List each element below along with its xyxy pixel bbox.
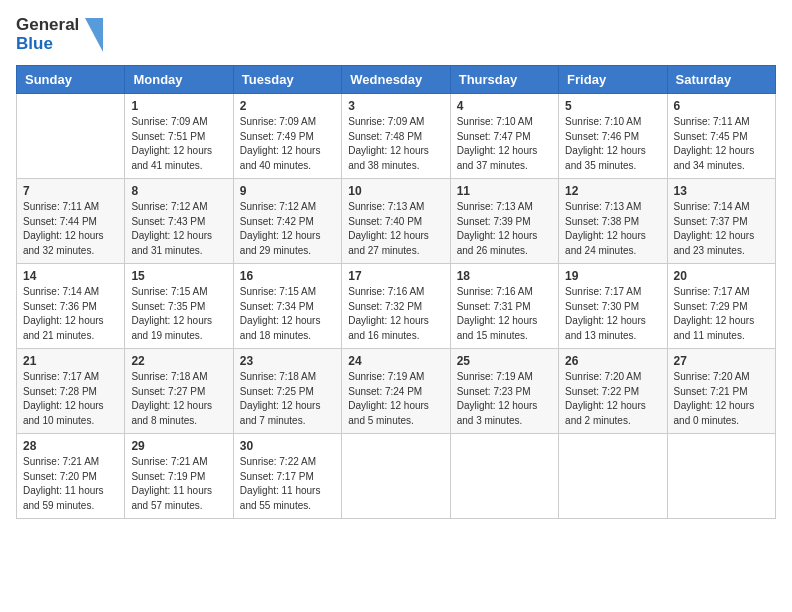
svg-marker-0 <box>85 18 103 52</box>
calendar-cell <box>667 434 775 519</box>
calendar-cell: 8Sunrise: 7:12 AM Sunset: 7:43 PM Daylig… <box>125 179 233 264</box>
calendar-cell: 25Sunrise: 7:19 AM Sunset: 7:23 PM Dayli… <box>450 349 558 434</box>
day-info: Sunrise: 7:14 AM Sunset: 7:36 PM Dayligh… <box>23 285 118 343</box>
calendar-cell: 29Sunrise: 7:21 AM Sunset: 7:19 PM Dayli… <box>125 434 233 519</box>
day-number: 28 <box>23 439 118 453</box>
logo-bird-icon <box>81 18 103 52</box>
day-info: Sunrise: 7:17 AM Sunset: 7:28 PM Dayligh… <box>23 370 118 428</box>
calendar-cell: 1Sunrise: 7:09 AM Sunset: 7:51 PM Daylig… <box>125 94 233 179</box>
calendar-cell: 24Sunrise: 7:19 AM Sunset: 7:24 PM Dayli… <box>342 349 450 434</box>
calendar-cell: 10Sunrise: 7:13 AM Sunset: 7:40 PM Dayli… <box>342 179 450 264</box>
calendar-cell: 14Sunrise: 7:14 AM Sunset: 7:36 PM Dayli… <box>17 264 125 349</box>
day-info: Sunrise: 7:15 AM Sunset: 7:35 PM Dayligh… <box>131 285 226 343</box>
calendar-cell: 23Sunrise: 7:18 AM Sunset: 7:25 PM Dayli… <box>233 349 341 434</box>
calendar-cell: 3Sunrise: 7:09 AM Sunset: 7:48 PM Daylig… <box>342 94 450 179</box>
weekday-header: Friday <box>559 66 667 94</box>
day-info: Sunrise: 7:16 AM Sunset: 7:31 PM Dayligh… <box>457 285 552 343</box>
day-info: Sunrise: 7:19 AM Sunset: 7:23 PM Dayligh… <box>457 370 552 428</box>
day-info: Sunrise: 7:13 AM Sunset: 7:39 PM Dayligh… <box>457 200 552 258</box>
weekday-header: Sunday <box>17 66 125 94</box>
calendar-cell: 4Sunrise: 7:10 AM Sunset: 7:47 PM Daylig… <box>450 94 558 179</box>
day-number: 25 <box>457 354 552 368</box>
calendar-cell: 6Sunrise: 7:11 AM Sunset: 7:45 PM Daylig… <box>667 94 775 179</box>
day-number: 10 <box>348 184 443 198</box>
calendar-cell: 7Sunrise: 7:11 AM Sunset: 7:44 PM Daylig… <box>17 179 125 264</box>
calendar-cell: 19Sunrise: 7:17 AM Sunset: 7:30 PM Dayli… <box>559 264 667 349</box>
day-number: 15 <box>131 269 226 283</box>
calendar-cell: 9Sunrise: 7:12 AM Sunset: 7:42 PM Daylig… <box>233 179 341 264</box>
day-number: 18 <box>457 269 552 283</box>
day-number: 26 <box>565 354 660 368</box>
day-number: 24 <box>348 354 443 368</box>
calendar-week-row: 7Sunrise: 7:11 AM Sunset: 7:44 PM Daylig… <box>17 179 776 264</box>
calendar-cell: 15Sunrise: 7:15 AM Sunset: 7:35 PM Dayli… <box>125 264 233 349</box>
calendar-cell: 2Sunrise: 7:09 AM Sunset: 7:49 PM Daylig… <box>233 94 341 179</box>
calendar-cell: 16Sunrise: 7:15 AM Sunset: 7:34 PM Dayli… <box>233 264 341 349</box>
calendar-cell: 17Sunrise: 7:16 AM Sunset: 7:32 PM Dayli… <box>342 264 450 349</box>
day-number: 20 <box>674 269 769 283</box>
day-info: Sunrise: 7:18 AM Sunset: 7:27 PM Dayligh… <box>131 370 226 428</box>
weekday-header: Thursday <box>450 66 558 94</box>
calendar-cell: 20Sunrise: 7:17 AM Sunset: 7:29 PM Dayli… <box>667 264 775 349</box>
calendar-cell: 5Sunrise: 7:10 AM Sunset: 7:46 PM Daylig… <box>559 94 667 179</box>
day-number: 19 <box>565 269 660 283</box>
calendar-body: 1Sunrise: 7:09 AM Sunset: 7:51 PM Daylig… <box>17 94 776 519</box>
calendar-cell: 18Sunrise: 7:16 AM Sunset: 7:31 PM Dayli… <box>450 264 558 349</box>
day-number: 12 <box>565 184 660 198</box>
calendar-cell: 22Sunrise: 7:18 AM Sunset: 7:27 PM Dayli… <box>125 349 233 434</box>
day-info: Sunrise: 7:11 AM Sunset: 7:45 PM Dayligh… <box>674 115 769 173</box>
calendar-cell: 13Sunrise: 7:14 AM Sunset: 7:37 PM Dayli… <box>667 179 775 264</box>
weekday-header: Saturday <box>667 66 775 94</box>
day-info: Sunrise: 7:09 AM Sunset: 7:51 PM Dayligh… <box>131 115 226 173</box>
weekday-header: Wednesday <box>342 66 450 94</box>
day-number: 30 <box>240 439 335 453</box>
day-info: Sunrise: 7:12 AM Sunset: 7:42 PM Dayligh… <box>240 200 335 258</box>
day-info: Sunrise: 7:21 AM Sunset: 7:19 PM Dayligh… <box>131 455 226 513</box>
logo-wordmark: General Blue <box>16 16 103 53</box>
page-header: General Blue <box>16 16 776 53</box>
calendar-table: SundayMondayTuesdayWednesdayThursdayFrid… <box>16 65 776 519</box>
day-info: Sunrise: 7:17 AM Sunset: 7:30 PM Dayligh… <box>565 285 660 343</box>
day-info: Sunrise: 7:16 AM Sunset: 7:32 PM Dayligh… <box>348 285 443 343</box>
day-info: Sunrise: 7:14 AM Sunset: 7:37 PM Dayligh… <box>674 200 769 258</box>
weekday-header: Monday <box>125 66 233 94</box>
day-number: 21 <box>23 354 118 368</box>
calendar-cell <box>17 94 125 179</box>
calendar-cell <box>450 434 558 519</box>
day-number: 27 <box>674 354 769 368</box>
day-number: 11 <box>457 184 552 198</box>
calendar-cell: 12Sunrise: 7:13 AM Sunset: 7:38 PM Dayli… <box>559 179 667 264</box>
calendar-cell <box>559 434 667 519</box>
logo-blue: Blue <box>16 35 79 54</box>
calendar-week-row: 1Sunrise: 7:09 AM Sunset: 7:51 PM Daylig… <box>17 94 776 179</box>
day-info: Sunrise: 7:11 AM Sunset: 7:44 PM Dayligh… <box>23 200 118 258</box>
day-info: Sunrise: 7:13 AM Sunset: 7:38 PM Dayligh… <box>565 200 660 258</box>
day-number: 8 <box>131 184 226 198</box>
day-info: Sunrise: 7:15 AM Sunset: 7:34 PM Dayligh… <box>240 285 335 343</box>
logo: General Blue <box>16 16 103 53</box>
day-info: Sunrise: 7:09 AM Sunset: 7:48 PM Dayligh… <box>348 115 443 173</box>
calendar-cell: 11Sunrise: 7:13 AM Sunset: 7:39 PM Dayli… <box>450 179 558 264</box>
day-number: 23 <box>240 354 335 368</box>
day-info: Sunrise: 7:22 AM Sunset: 7:17 PM Dayligh… <box>240 455 335 513</box>
day-info: Sunrise: 7:18 AM Sunset: 7:25 PM Dayligh… <box>240 370 335 428</box>
calendar-cell: 28Sunrise: 7:21 AM Sunset: 7:20 PM Dayli… <box>17 434 125 519</box>
day-number: 1 <box>131 99 226 113</box>
calendar-cell: 26Sunrise: 7:20 AM Sunset: 7:22 PM Dayli… <box>559 349 667 434</box>
day-number: 22 <box>131 354 226 368</box>
day-info: Sunrise: 7:20 AM Sunset: 7:21 PM Dayligh… <box>674 370 769 428</box>
day-info: Sunrise: 7:09 AM Sunset: 7:49 PM Dayligh… <box>240 115 335 173</box>
calendar-week-row: 28Sunrise: 7:21 AM Sunset: 7:20 PM Dayli… <box>17 434 776 519</box>
day-info: Sunrise: 7:20 AM Sunset: 7:22 PM Dayligh… <box>565 370 660 428</box>
day-number: 14 <box>23 269 118 283</box>
day-number: 13 <box>674 184 769 198</box>
day-info: Sunrise: 7:13 AM Sunset: 7:40 PM Dayligh… <box>348 200 443 258</box>
day-number: 5 <box>565 99 660 113</box>
day-number: 9 <box>240 184 335 198</box>
day-info: Sunrise: 7:10 AM Sunset: 7:46 PM Dayligh… <box>565 115 660 173</box>
day-number: 2 <box>240 99 335 113</box>
day-number: 6 <box>674 99 769 113</box>
calendar-cell: 21Sunrise: 7:17 AM Sunset: 7:28 PM Dayli… <box>17 349 125 434</box>
calendar-week-row: 14Sunrise: 7:14 AM Sunset: 7:36 PM Dayli… <box>17 264 776 349</box>
day-info: Sunrise: 7:10 AM Sunset: 7:47 PM Dayligh… <box>457 115 552 173</box>
